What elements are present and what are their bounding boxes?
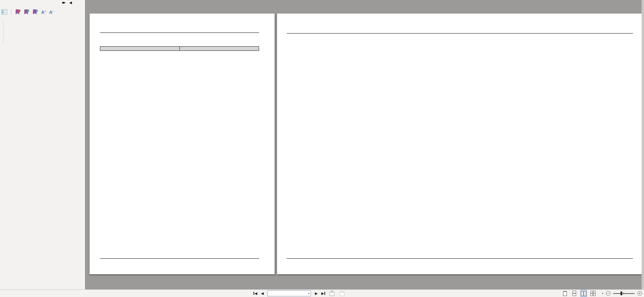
first-page-icon — [254, 292, 254, 295]
toolbar-separator — [11, 9, 11, 15]
last-page-icon — [324, 292, 325, 295]
header-rule — [287, 33, 633, 34]
zoom-dropdown-icon[interactable]: ▾ — [602, 292, 603, 295]
page-dropdown-icon[interactable]: ▾ — [308, 291, 310, 296]
wiring-diagram — [293, 37, 630, 241]
facing-continuous-view-button[interactable] — [590, 290, 596, 297]
column-header-component — [100, 47, 180, 51]
bookmarks-toolbar: × + ↻ A+ A− — [0, 7, 85, 17]
zoom-out-button[interactable]: − — [606, 291, 610, 296]
add-bookmark-icon[interactable]: + — [24, 9, 29, 15]
facing-pages-view-button[interactable] — [580, 290, 587, 297]
single-page-view-button[interactable] — [562, 290, 568, 297]
continuous-view-button[interactable] — [571, 290, 578, 297]
next-view-button[interactable]: ↪ — [339, 291, 345, 296]
component-table — [100, 46, 259, 51]
document-page-right — [277, 13, 643, 275]
first-page-button[interactable]: ◀ — [254, 292, 257, 295]
svg-text:×: × — [19, 9, 20, 12]
svg-text:↻: ↻ — [36, 10, 37, 12]
document-area — [85, 0, 644, 290]
footer-rule — [100, 258, 259, 259]
zoom-controls-group: ▾ − + — [562, 290, 642, 297]
expand-panel-icon[interactable]: ▶▶ — [62, 1, 64, 4]
bookmark-options-icon[interactable] — [1, 9, 7, 15]
tree-guide-line — [3, 20, 3, 43]
section-rule — [100, 33, 259, 33]
previous-view-button[interactable]: ↩ — [329, 291, 335, 296]
status-bar: ◀ ◀ ▾ ▶ ▶ ↩ ↪ — [0, 289, 644, 297]
vertical-scrollbar[interactable] — [642, 0, 644, 290]
document-page-left — [89, 13, 275, 275]
previous-page-button[interactable]: ◀ — [261, 292, 264, 295]
column-header-description — [180, 47, 259, 51]
svg-text:+: + — [27, 9, 28, 12]
delete-bookmark-icon[interactable]: × — [15, 9, 21, 15]
zoom-slider[interactable] — [613, 291, 635, 296]
collapse-panel-icon[interactable]: ◀ — [69, 1, 72, 4]
goto-bookmark-icon[interactable]: ↻ — [33, 9, 38, 15]
page-number-input[interactable]: ▾ — [267, 290, 311, 296]
bookmarks-tree — [0, 17, 85, 18]
bookmarks-panel-header: ▶▶ ◀ — [0, 0, 85, 7]
zoom-in-button[interactable]: + — [637, 291, 642, 296]
decrease-text-size-icon[interactable]: A− — [49, 9, 54, 15]
zoom-slider-handle[interactable] — [620, 291, 622, 295]
bookmarks-panel: ▶▶ ◀ × + — [0, 0, 85, 290]
page-navigation-group: ◀ ◀ ▾ ▶ ▶ ↩ ↪ — [254, 290, 345, 297]
last-page-button[interactable]: ▶ — [321, 292, 325, 295]
table-header-row — [100, 47, 259, 51]
pdf-viewer-window: ▶▶ ◀ × + — [0, 0, 644, 297]
next-page-button[interactable]: ▶ — [315, 292, 318, 295]
section-title — [100, 36, 266, 42]
increase-text-size-icon[interactable]: A+ — [41, 9, 46, 15]
footer-rule — [287, 258, 633, 259]
